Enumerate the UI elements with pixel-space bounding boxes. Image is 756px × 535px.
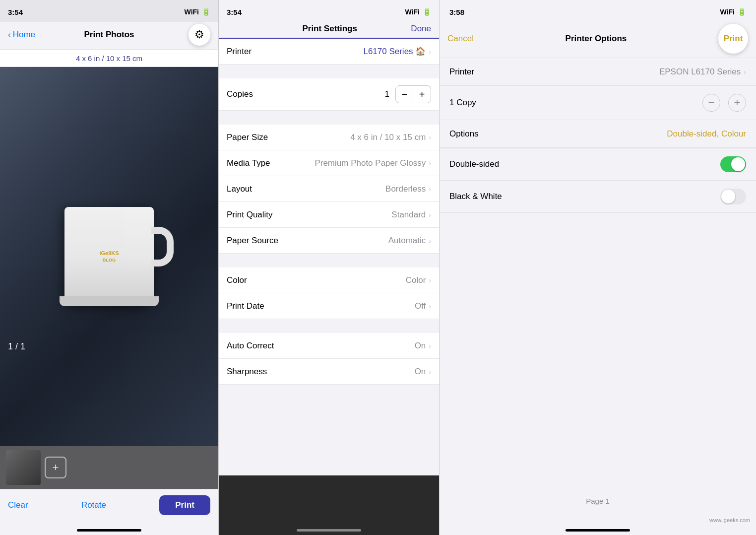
p3-double-sided-row: Double-sided <box>440 148 756 181</box>
divider-3 <box>219 254 439 268</box>
p3-double-sided-label: Double-sided <box>449 159 499 169</box>
print-date-row[interactable]: Print Date Off › <box>219 293 439 319</box>
color-row[interactable]: Color Color › <box>219 268 439 293</box>
print-date-chevron-icon: › <box>429 302 431 310</box>
settings-gear-button[interactable]: ⚙ <box>189 24 210 46</box>
layout-label: Layout <box>227 184 252 194</box>
print-button-p1[interactable]: Print <box>159 495 210 515</box>
home-indicator-p3 <box>440 525 756 535</box>
bottom-bar-p1: Clear Rotate Print <box>0 489 218 525</box>
back-chevron-icon: ‹ <box>8 30 11 40</box>
page-title-p2: Print Settings <box>302 24 357 34</box>
color-text: Color <box>406 275 426 285</box>
thumbnail-item[interactable] <box>6 450 41 485</box>
p3-bw-label: Black & White <box>449 192 502 201</box>
sharpness-chevron-icon: › <box>429 368 431 376</box>
layout-value: Borderless › <box>385 184 431 194</box>
color-chevron-icon: › <box>429 276 431 284</box>
sharpness-label: Sharpness <box>227 367 267 377</box>
paper-size-bar: 4 x 6 in / 10 x 15 cm <box>0 50 218 67</box>
copies-decrease-button[interactable]: − <box>395 85 413 103</box>
mug-base <box>60 296 159 306</box>
print-date-label: Print Date <box>227 301 264 311</box>
p3-increase-button[interactable]: + <box>728 94 746 112</box>
p3-decrease-button[interactable]: − <box>702 94 720 112</box>
p3-printer-name: EPSON L6170 Series <box>659 67 741 77</box>
settings-list: Printer L6170 Series 🏠 › Copies 1 − + Pa… <box>219 39 439 475</box>
auto-correct-label: Auto Correct <box>227 341 274 351</box>
printer-row[interactable]: Printer L6170 Series 🏠 › <box>219 39 439 65</box>
media-type-label: Media Type <box>227 158 270 168</box>
gear-icon: ⚙ <box>194 28 204 41</box>
copies-increase-button[interactable]: + <box>413 85 431 103</box>
paper-size-row[interactable]: Paper Size 4 x 6 in / 10 x 15 cm › <box>219 125 439 150</box>
paper-source-value: Automatic › <box>388 236 431 246</box>
printer-name: L6170 Series 🏠 <box>363 46 426 57</box>
color-value: Color › <box>406 275 431 285</box>
auto-correct-text: On <box>415 341 426 351</box>
sharpness-text: On <box>415 367 426 377</box>
media-type-chevron-icon: › <box>429 159 431 167</box>
print-quality-row[interactable]: Print Quality Standard › <box>219 202 439 228</box>
page-indicator: Page 1 <box>440 487 756 515</box>
add-photo-button[interactable]: + <box>45 457 66 478</box>
media-type-text: Premium Photo Paper Glossy <box>315 158 426 168</box>
rotate-button[interactable]: Rotate <box>81 500 106 510</box>
p3-options-label: Options <box>449 129 479 139</box>
photo-preview-area: iGe9KSBLOG 1 / 1 <box>0 67 218 446</box>
double-sided-toggle[interactable] <box>720 156 746 172</box>
page-label: Page 1 <box>586 497 610 505</box>
layout-row[interactable]: Layout Borderless › <box>219 176 439 202</box>
paper-size-chevron-icon: › <box>429 134 431 141</box>
copies-label: Copies <box>227 89 253 99</box>
sharpness-row[interactable]: Sharpness On › <box>219 359 439 385</box>
layout-text: Borderless <box>385 184 426 194</box>
mug-photo: iGe9KSBLOG <box>0 67 218 446</box>
layout-chevron-icon: › <box>429 185 431 193</box>
nav-bar-p3: Cancel Printer Options Print <box>440 22 756 58</box>
paper-size-value: 4 x 6 in / 10 x 15 cm › <box>350 133 431 142</box>
divider-1 <box>219 65 439 78</box>
paper-source-label: Paper Source <box>227 236 278 246</box>
p3-printer-chevron-icon: › <box>744 68 746 76</box>
back-home-button[interactable]: ‹ Home <box>8 30 35 40</box>
media-type-value: Premium Photo Paper Glossy › <box>315 158 431 168</box>
clear-button[interactable]: Clear <box>8 500 28 510</box>
paper-source-chevron-icon: › <box>429 237 431 245</box>
status-icons-p3: WiFi 🔋 <box>720 8 746 16</box>
color-label: Color <box>227 275 247 285</box>
mug-text: iGe9KSBLOG <box>99 250 119 263</box>
print-photos-panel: 3:54 WiFi 🔋 ‹ Home Print Photos ⚙ 4 x 6 … <box>0 0 218 535</box>
wifi-icon-p2: WiFi <box>405 8 420 16</box>
battery-icon-p3: 🔋 <box>738 8 746 16</box>
p3-copies-row: 1 Copy − + <box>440 86 756 120</box>
divider-4 <box>219 319 439 333</box>
status-bar-p1: 3:54 WiFi 🔋 <box>0 0 218 22</box>
auto-correct-row[interactable]: Auto Correct On › <box>219 333 439 359</box>
battery-icon-p2: 🔋 <box>423 8 431 16</box>
preview-area-p2 <box>219 475 439 525</box>
time-p3: 3:58 <box>449 8 464 16</box>
p3-printer-row[interactable]: Printer EPSON L6170 Series › <box>440 58 756 86</box>
printer-chevron-icon: › <box>429 48 431 56</box>
cancel-button[interactable]: Cancel <box>447 34 474 44</box>
printer-options-panel: 3:58 WiFi 🔋 Cancel Printer Options Print… <box>440 0 756 535</box>
home-indicator-p1 <box>0 525 218 535</box>
time-p1: 3:54 <box>8 8 23 16</box>
printer-value: L6170 Series 🏠 › <box>363 46 431 57</box>
sharpness-value: On › <box>415 367 431 377</box>
mug-shape: iGe9KSBLOG <box>64 207 154 306</box>
bw-toggle[interactable] <box>720 189 746 204</box>
media-type-row[interactable]: Media Type Premium Photo Paper Glossy › <box>219 150 439 176</box>
done-button[interactable]: Done <box>411 24 431 34</box>
time-p2: 3:54 <box>227 8 242 16</box>
paper-source-row[interactable]: Paper Source Automatic › <box>219 228 439 254</box>
print-quality-chevron-icon: › <box>429 211 431 219</box>
p3-bw-row: Black & White <box>440 181 756 213</box>
copies-number: 1 <box>385 89 389 99</box>
status-bar-p2: 3:54 WiFi 🔋 <box>219 0 439 22</box>
print-button-p3[interactable]: Print <box>718 24 748 54</box>
print-settings-panel: 3:54 WiFi 🔋 Print Settings Done Printer … <box>218 0 440 535</box>
status-bar-p3: 3:58 WiFi 🔋 <box>440 0 756 22</box>
options-content: Printer EPSON L6170 Series › 1 Copy − + … <box>440 58 756 487</box>
